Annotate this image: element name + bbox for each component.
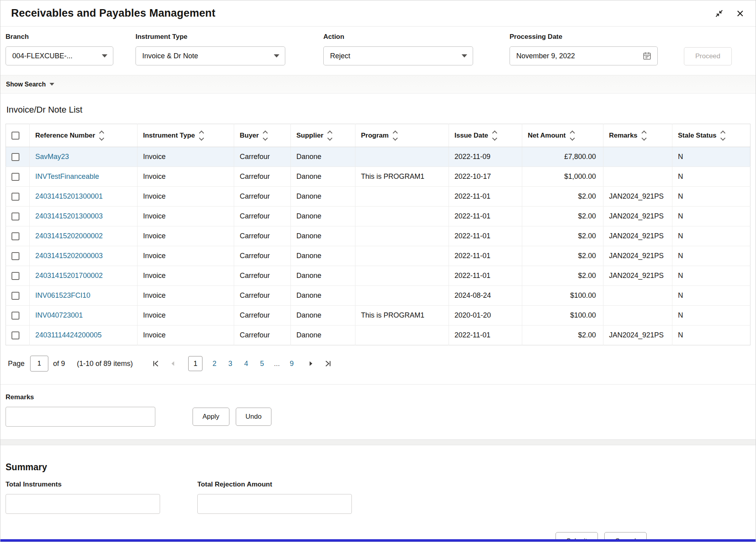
row-checkbox[interactable]	[11, 292, 19, 300]
issue-date-cell: 2020-01-20	[449, 306, 522, 326]
sort-icon[interactable]	[263, 131, 267, 140]
row-checkbox[interactable]	[11, 173, 19, 181]
reference-link[interactable]: INV061523FCI10	[35, 291, 90, 299]
reference-link[interactable]: 24031415201700002	[35, 272, 103, 280]
proceed-button[interactable]: Proceed	[684, 47, 732, 65]
page-ellipsis: ...	[274, 360, 280, 368]
reference-link[interactable]: 24031415202000002	[35, 232, 103, 240]
reference-link[interactable]: INVTestFinanceable	[35, 172, 99, 180]
page-number[interactable]: 9	[288, 360, 296, 368]
stale-status-cell: N	[672, 286, 750, 306]
show-search-toggle[interactable]: Show Search	[0, 75, 756, 94]
chevron-down-icon	[462, 54, 467, 57]
buyer-cell: Carrefour	[234, 326, 291, 345]
buyer-cell: Carrefour	[234, 306, 291, 326]
collapse-icon[interactable]	[714, 9, 724, 18]
first-page-icon[interactable]	[152, 359, 160, 368]
supplier-cell: Danone	[291, 207, 355, 226]
program-cell	[355, 207, 449, 226]
column-header-buyer[interactable]: Buyer	[234, 124, 291, 147]
chevron-down-icon	[274, 54, 279, 57]
table-row: 24031114424200005 Invoice Carrefour Dano…	[6, 326, 750, 345]
instrument-type-cell: Invoice	[137, 187, 234, 207]
page-number-current[interactable]: 1	[188, 356, 202, 371]
row-checkbox[interactable]	[11, 153, 19, 161]
page-number[interactable]: 2	[210, 360, 218, 368]
row-checkbox[interactable]	[11, 331, 19, 339]
total-rejection-amount-input[interactable]	[197, 494, 352, 514]
summary-title: Summary	[6, 462, 750, 473]
remarks-cell	[603, 167, 672, 187]
row-checkbox[interactable]	[11, 213, 19, 220]
calendar-icon[interactable]	[642, 51, 652, 61]
column-header-reference-number[interactable]: Reference Number	[30, 124, 137, 147]
sort-icon[interactable]	[100, 131, 103, 140]
sort-icon[interactable]	[642, 131, 646, 140]
table-row: 24031415201300001 Invoice Carrefour Dano…	[6, 187, 750, 207]
reference-link[interactable]: SavMay23	[35, 153, 69, 161]
proceed-wrap: Proceed	[684, 47, 732, 65]
net-amount-cell: $2.00	[522, 246, 603, 266]
row-select-cell	[6, 266, 30, 286]
issue-date-cell: 2022-11-01	[449, 226, 522, 246]
close-icon[interactable]	[736, 9, 745, 18]
last-page-icon[interactable]	[323, 359, 332, 368]
row-checkbox[interactable]	[11, 312, 19, 320]
buyer-cell: Carrefour	[234, 226, 291, 246]
remarks-input[interactable]	[6, 407, 155, 427]
reference-link[interactable]: 24031114424200005	[35, 331, 102, 339]
remarks-cell: JAN2024_921PS	[603, 207, 672, 226]
page-number[interactable]: 4	[242, 360, 250, 368]
reference-link[interactable]: 24031415201300003	[35, 212, 103, 220]
reference-number-cell: INVTestFinanceable	[30, 167, 137, 187]
total-instruments-input[interactable]	[6, 494, 160, 514]
reference-link[interactable]: INV040723001	[35, 311, 83, 319]
sort-icon[interactable]	[393, 131, 397, 140]
buyer-cell: Carrefour	[234, 167, 291, 187]
instrument-type-select[interactable]: Invoice & Dr Note	[136, 46, 285, 65]
table-row: INVTestFinanceable Invoice Carrefour Dan…	[6, 167, 750, 187]
select-all-checkbox[interactable]	[11, 132, 19, 140]
total-instruments-field: Total Instruments	[6, 481, 160, 514]
sort-icon[interactable]	[571, 131, 574, 140]
net-amount-cell: $2.00	[522, 226, 603, 246]
action-select[interactable]: Reject	[323, 46, 473, 65]
page-number[interactable]: 3	[226, 360, 234, 368]
program-cell	[355, 147, 449, 167]
net-amount-cell: $2.00	[522, 207, 603, 226]
page-number[interactable]: 5	[258, 360, 266, 368]
program-cell	[355, 246, 449, 266]
column-header-program[interactable]: Program	[355, 124, 449, 147]
page-input[interactable]	[30, 356, 48, 372]
row-checkbox[interactable]	[11, 232, 19, 240]
column-label: Program	[361, 132, 389, 140]
next-page-icon[interactable]	[307, 360, 315, 368]
sort-icon[interactable]	[200, 131, 203, 140]
row-checkbox[interactable]	[11, 252, 19, 260]
reference-link[interactable]: 24031415201300001	[35, 192, 103, 200]
instrument-type-cell: Invoice	[137, 167, 234, 187]
program-cell	[355, 187, 449, 207]
net-amount-cell: $100.00	[522, 306, 603, 326]
sort-icon[interactable]	[721, 131, 725, 140]
reference-link[interactable]: 24031415202000003	[35, 252, 103, 260]
column-header-remarks[interactable]: Remarks	[603, 124, 672, 147]
previous-page-icon[interactable]	[169, 360, 177, 368]
branch-select-value: 004-FLEXCUBE-...	[12, 52, 73, 60]
undo-button[interactable]: Undo	[236, 408, 272, 426]
apply-button[interactable]: Apply	[193, 408, 229, 426]
processing-date-value: November 9, 2022	[516, 52, 575, 60]
row-checkbox[interactable]	[11, 272, 19, 280]
branch-select[interactable]: 004-FLEXCUBE-...	[6, 46, 113, 65]
column-label: Reference Number	[35, 132, 95, 140]
instrument-type-cell: Invoice	[137, 306, 234, 326]
processing-date-input[interactable]: November 9, 2022	[510, 46, 658, 65]
row-checkbox[interactable]	[11, 193, 19, 201]
sort-icon[interactable]	[328, 131, 332, 140]
column-header-stale-status[interactable]: Stale Status	[672, 124, 750, 147]
column-header-instrument-type[interactable]: Instrument Type	[137, 124, 234, 147]
sort-icon[interactable]	[493, 131, 496, 140]
column-header-issue-date[interactable]: Issue Date	[449, 124, 522, 147]
column-header-net-amount[interactable]: Net Amount	[522, 124, 603, 147]
column-header-supplier[interactable]: Supplier	[291, 124, 355, 147]
